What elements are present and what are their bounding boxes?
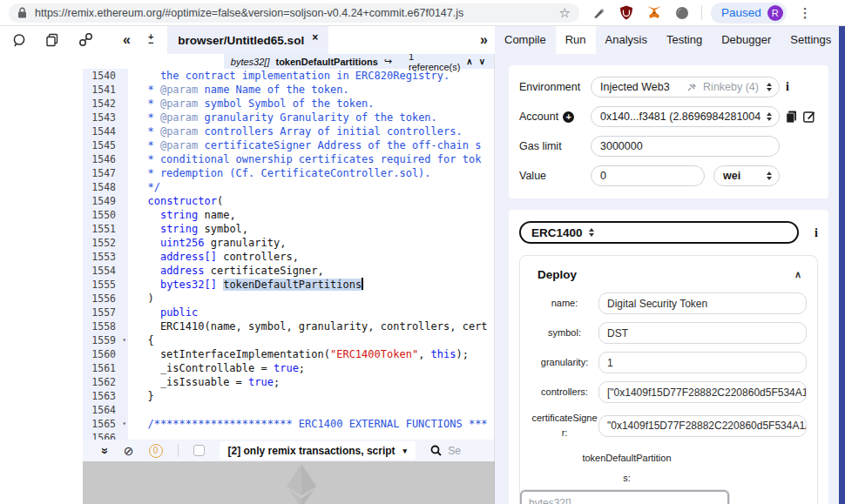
search-icon	[430, 445, 442, 456]
editor-tab[interactable]: browser/Untitled65.sol ×	[167, 26, 328, 54]
terminal-output[interactable]	[83, 461, 495, 504]
fold-icon[interactable]: ▾	[122, 417, 126, 431]
tab-compile[interactable]: Compile	[495, 26, 556, 54]
browser-menu-icon[interactable]: ⋮	[795, 5, 815, 21]
code-line[interactable]: )	[135, 292, 494, 306]
line-number: 1550	[83, 208, 128, 222]
deploy-field-input-certificatesigner[interactable]: "0x1409f15D77F28882C220860d5F534A1A7a9	[598, 415, 807, 437]
terminal-search[interactable]: Se	[430, 445, 487, 457]
terminal-clear-icon[interactable]: ⊘	[124, 445, 134, 457]
close-tab-icon[interactable]: ×	[312, 31, 318, 44]
deploy-field-input-symbol[interactable]: DST	[598, 322, 807, 344]
value-input[interactable]: 0	[591, 165, 705, 186]
copy-files-icon[interactable]	[45, 33, 59, 47]
environment-info-icon[interactable]: i	[786, 80, 789, 94]
ethereum-logo-watermark	[281, 464, 321, 504]
add-account-icon[interactable]: +	[563, 111, 574, 123]
line-number: 1546	[83, 152, 128, 166]
line-number: 1552	[83, 236, 128, 250]
code-editor[interactable]: bytes32[] tokenDefaultPartitions ↪ 1 ref…	[83, 54, 495, 440]
terminal-toolbar: » ⊘ 0 [2] only remix transactions, scrip…	[83, 440, 495, 461]
gas-limit-label: Gas limit	[519, 140, 591, 152]
contract-select[interactable]: ERC1400	[519, 221, 799, 244]
transactions-filter-dropdown[interactable]: [2] only remix transactions, script ▾	[220, 441, 416, 460]
code-line[interactable]: uint256 granularity,	[135, 236, 494, 250]
tab-debugger[interactable]: Debugger	[712, 26, 781, 54]
code-line[interactable]: address[] controllers,	[135, 250, 494, 264]
goto-reference-icon[interactable]: ↪	[384, 56, 392, 67]
editor-gutter[interactable]: 1540154115421543154415451546154715481549…	[83, 69, 128, 440]
deploy-field-input-controllers[interactable]: ["0x1409f15D77F28882C220860d5F534A1A7a9	[598, 381, 807, 403]
value-unit-select[interactable]: wei	[713, 165, 780, 186]
avatar[interactable]: R	[767, 5, 783, 21]
editor-code[interactable]: the contract implementation in ERC820Reg…	[128, 69, 494, 440]
code-line[interactable]: string symbol,	[135, 222, 494, 236]
code-line[interactable]: _isIssuable = true;	[135, 375, 494, 389]
next-reference-icon[interactable]: ∨	[479, 57, 485, 66]
terminal-collapse-icon[interactable]: »	[98, 447, 112, 454]
code-line[interactable]: * @param name Name of the token.	[135, 83, 494, 97]
search-input[interactable]: Se	[448, 445, 461, 457]
code-line[interactable]: setInterfaceImplementation("ERC1400Token…	[135, 347, 494, 361]
code-line[interactable]: {	[135, 333, 494, 347]
panel-tab-bar: CompileRunAnalysisTestingDebuggerSetting…	[495, 26, 839, 54]
contract-info-icon[interactable]: i	[815, 226, 818, 239]
paused-button[interactable]: Paused R	[711, 3, 787, 24]
code-line[interactable]: * conditional ownership certificates req…	[135, 152, 494, 166]
previous-reference-icon[interactable]: ∧	[466, 57, 472, 66]
deploy-field-input-name[interactable]: Digital Security Token	[598, 292, 807, 314]
expand-panel-icon[interactable]: »	[480, 33, 488, 47]
account-select[interactable]: 0x140...f3481 (2.86969842810044075	[591, 106, 780, 127]
code-line[interactable]: bytes32[] tokenDefaultPartitions	[135, 278, 494, 292]
edit-account-icon[interactable]	[803, 111, 815, 123]
zoom-out-icon[interactable]: −	[148, 40, 153, 46]
code-line[interactable]	[135, 403, 494, 417]
code-line[interactable]: }	[135, 389, 494, 403]
listen-transactions-checkbox[interactable]	[193, 445, 205, 456]
code-line[interactable]: * redemption (Cf. CertificateController.…	[135, 166, 494, 180]
tab-analysis[interactable]: Analysis	[596, 26, 657, 54]
line-number: 1559▾	[83, 333, 128, 347]
tokendefaultpartitions-input[interactable]: bytes32[]	[520, 490, 729, 504]
code-line[interactable]: ERC1410(name, symbol, granularity, contr…	[135, 319, 494, 333]
fold-icon[interactable]: ▾	[122, 333, 126, 347]
extension-metamask-icon[interactable]	[646, 5, 662, 20]
url-text: https://remix.ethereum.org/#optimize=fal…	[35, 7, 551, 19]
line-number: 1564	[83, 403, 128, 417]
code-line[interactable]: address certificateSigner,	[135, 264, 494, 278]
url-bar[interactable]: https://remix.ethereum.org/#optimize=fal…	[9, 3, 579, 23]
gas-limit-input[interactable]: 3000000	[591, 136, 780, 157]
code-line[interactable]: public	[135, 306, 494, 319]
extension-pen-icon[interactable]	[592, 5, 606, 20]
code-line[interactable]: * @param granularity Granularity of the …	[135, 111, 494, 124]
editor-zoom-controls[interactable]: + −	[148, 34, 153, 46]
code-line[interactable]: */	[135, 180, 494, 194]
copy-account-icon[interactable]	[786, 111, 797, 123]
deploy-field-input-granularity[interactable]: 1	[598, 352, 807, 373]
account-label: Account	[519, 111, 558, 123]
publish-gist-icon[interactable]	[12, 33, 26, 47]
code-line[interactable]: _isControllable = true;	[135, 361, 494, 375]
tab-testing[interactable]: Testing	[657, 26, 712, 54]
extension-circle-icon[interactable]	[675, 6, 689, 20]
select-stepper-icon	[767, 83, 774, 91]
collapse-left-icon[interactable]: «	[123, 33, 131, 47]
tab-settings[interactable]: Settings	[781, 26, 839, 54]
line-number: 1541	[83, 83, 128, 97]
extension-ublock-icon[interactable]	[619, 5, 633, 20]
bookmark-star-icon[interactable]: ☆	[559, 6, 571, 19]
code-line[interactable]: * @param controllers Array of initial co…	[135, 124, 494, 138]
code-line[interactable]: string name,	[135, 208, 494, 222]
link-icon[interactable]	[78, 33, 93, 47]
collapse-deploy-icon[interactable]: ∧	[794, 269, 801, 280]
tab-run[interactable]: Run	[556, 26, 596, 54]
code-line[interactable]: constructor(	[135, 194, 494, 208]
deploy-field-label-name: name:	[531, 296, 598, 311]
code-line[interactable]: * @param symbol Symbol of the token.	[135, 97, 494, 111]
paused-label: Paused	[721, 6, 761, 19]
environment-select[interactable]: Injected Web3 Rinkeby (4)	[591, 77, 780, 97]
code-line[interactable]	[135, 431, 494, 440]
code-line[interactable]: * @param certificateSigner Address of th…	[135, 138, 494, 152]
code-line[interactable]: /********************** ERC1400 EXTERNAL…	[135, 417, 494, 431]
page-scrollbar[interactable]	[839, 26, 845, 504]
